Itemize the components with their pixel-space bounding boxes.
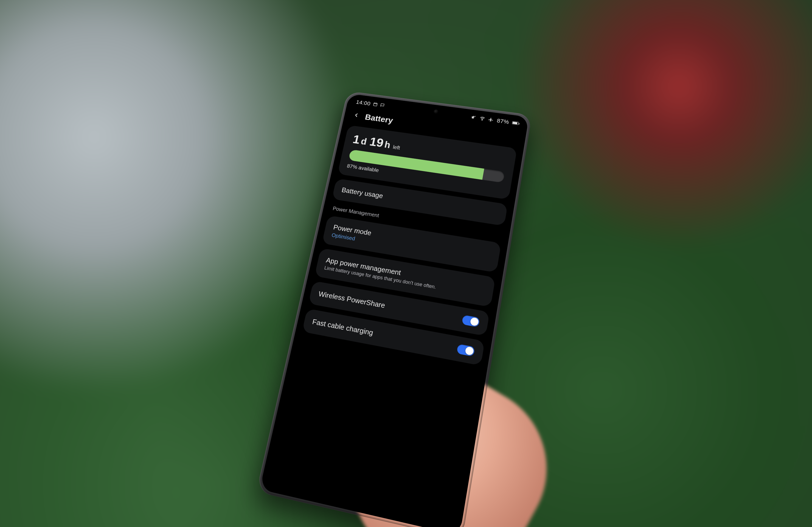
svg-rect-0: [373, 103, 377, 106]
fast-charging-toggle[interactable]: [456, 344, 475, 357]
status-clock: 14:00: [356, 99, 371, 107]
battery-icon-fill: [512, 122, 517, 124]
fast-charging-label: Fast cable charging: [311, 317, 374, 337]
message-notif-icon: [379, 103, 385, 108]
battery-icon: [512, 121, 519, 125]
calendar-notif-icon: [372, 102, 378, 107]
wifi-icon: [479, 115, 486, 122]
back-button[interactable]: [350, 110, 362, 121]
mute-icon: [470, 114, 477, 121]
days-number: 1: [351, 132, 361, 146]
wireless-powershare-toggle[interactable]: [461, 315, 480, 327]
hours-number: 19: [368, 135, 385, 150]
airplane-mode-icon: [488, 117, 494, 123]
page-title: Battery: [364, 113, 394, 125]
status-battery-percent: 87%: [496, 117, 509, 126]
hours-unit: h: [383, 140, 391, 151]
svg-point-1: [482, 120, 482, 120]
left-suffix: left: [392, 144, 401, 151]
days-unit: d: [360, 136, 367, 147]
wireless-powershare-label: Wireless PowerShare: [318, 289, 386, 310]
